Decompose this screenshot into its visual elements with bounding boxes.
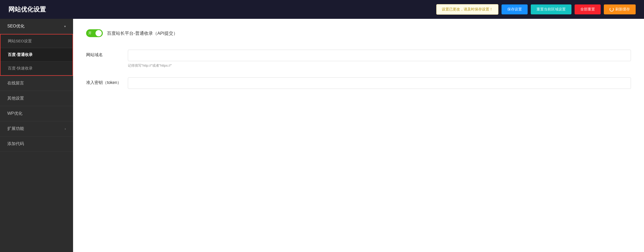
sidebar-item-baidu-fast-label: 百度-快速收录 <box>8 66 33 70</box>
toggle-title: 百度站长平台-普通收录（API提交） <box>107 30 178 36</box>
token-form-row: 准入密钥（token） <box>86 77 631 89</box>
toggle-section: 开 百度站长平台-普通收录（API提交） <box>86 29 631 37</box>
sidebar-item-website-seo-label: 网站SEO设置 <box>8 39 32 43</box>
domain-input[interactable] <box>128 50 631 61</box>
sidebar-item-other[interactable]: 其他设置 <box>0 91 73 106</box>
sidebar-item-message[interactable]: 在线留言 <box>0 76 73 91</box>
token-input[interactable] <box>128 77 631 89</box>
toggle-button[interactable]: 开 <box>86 29 103 37</box>
sidebar-item-other-label: 其他设置 <box>7 96 24 101</box>
sidebar-item-baidu-fast[interactable]: 百度-快速收录 <box>1 62 73 75</box>
sidebar-item-addcode[interactable]: 添加代码 <box>0 136 73 152</box>
sidebar-item-seo[interactable]: SEO优化 ▾ <box>0 19 73 34</box>
sidebar-item-extend-label: 扩展功能 <box>7 126 24 131</box>
refresh-icon <box>610 7 614 12</box>
token-field <box>128 77 631 89</box>
token-label: 准入密钥（token） <box>86 77 128 85</box>
chevron-down-icon: ▾ <box>64 25 66 28</box>
header-notice: 设置已更改，请及时保存设置！ <box>436 4 498 15</box>
toggle-knob <box>96 30 102 36</box>
sidebar-item-wp-label: WP优化 <box>7 111 22 116</box>
domain-form-row: 网站域名 记得填写"http://"或者"https://" <box>86 50 631 68</box>
header-actions: 设置已更改，请及时保存设置！ 保存设置 重置当前区域设置 全部重置 刷新缓存 <box>436 4 636 15</box>
sidebar: SEO优化 ▾ 网站SEO设置 百度-普通收录 百度-快速收录 在线留言 其他设… <box>0 19 73 252</box>
domain-label: 网站域名 <box>86 50 128 58</box>
sidebar-item-wp[interactable]: WP优化 <box>0 106 73 121</box>
header: 网站优化设置 设置已更改，请及时保存设置！ 保存设置 重置当前区域设置 全部重置… <box>0 0 644 19</box>
page-title: 网站优化设置 <box>8 5 46 14</box>
reset-area-button[interactable]: 重置当前区域设置 <box>531 4 571 14</box>
toggle-on-label: 开 <box>88 31 92 36</box>
sidebar-item-extend[interactable]: 扩展功能 › <box>0 121 73 136</box>
refresh-cache-button[interactable]: 刷新缓存 <box>604 4 636 14</box>
chevron-right-icon: › <box>65 127 66 131</box>
sidebar-item-message-label: 在线留言 <box>7 81 24 86</box>
layout: SEO优化 ▾ 网站SEO设置 百度-普通收录 百度-快速收录 在线留言 其他设… <box>0 19 644 252</box>
domain-field: 记得填写"http://"或者"https://" <box>128 50 631 68</box>
sidebar-sub-group-baidu: 网站SEO设置 百度-普通收录 百度-快速收录 <box>0 34 73 76</box>
sidebar-item-baidu-normal-label: 百度-普通收录 <box>8 52 33 57</box>
reset-all-button[interactable]: 全部重置 <box>575 4 601 14</box>
sidebar-item-website-seo[interactable]: 网站SEO设置 <box>1 35 73 48</box>
main-content: 开 百度站长平台-普通收录（API提交） 网站域名 记得填写"http://"或… <box>73 19 644 252</box>
sidebar-item-baidu-normal[interactable]: 百度-普通收录 <box>1 48 73 62</box>
save-button[interactable]: 保存设置 <box>502 4 528 14</box>
domain-hint: 记得填写"http://"或者"https://" <box>128 63 631 68</box>
sidebar-item-seo-label: SEO优化 <box>7 24 25 29</box>
sidebar-item-addcode-label: 添加代码 <box>7 141 24 147</box>
